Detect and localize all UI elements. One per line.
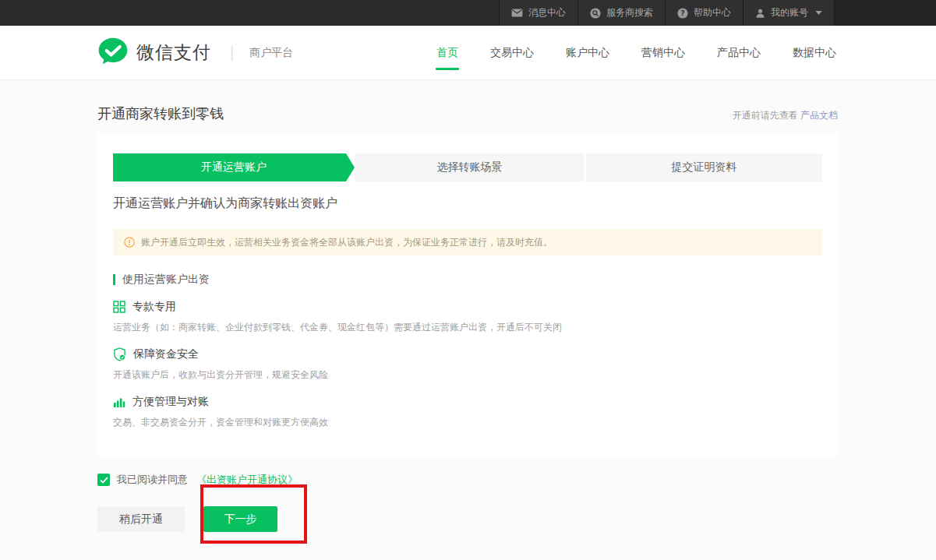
topbar: 消息中心 服务商搜索 ? 帮助中心 我的账号 xyxy=(0,0,936,26)
next-step-button[interactable]: 下一步 xyxy=(203,506,277,532)
nav-item-marketing-center[interactable]: 营销中心 xyxy=(641,26,685,80)
agreement-text: 我已阅读并同意 xyxy=(117,473,188,487)
topbar-item-provider-search[interactable]: 服务商搜索 xyxy=(577,0,665,26)
topbar-item-label: 帮助中心 xyxy=(694,6,731,19)
bar-chart-icon xyxy=(113,396,125,408)
feature-title: 保障资金安全 xyxy=(133,347,199,361)
nav-item-product-center[interactable]: 产品中心 xyxy=(717,26,761,80)
help-icon: ? xyxy=(677,8,688,19)
wechat-pay-logo-icon xyxy=(97,37,129,69)
section-title: 使用运营账户出资 xyxy=(122,273,210,287)
agreement-checkbox[interactable] xyxy=(97,474,110,486)
warning-icon xyxy=(124,237,135,248)
feature-title: 专款专用 xyxy=(132,300,176,314)
main-nav: 首页 交易中心 账户中心 营销中心 产品中心 数据中心 xyxy=(436,26,836,80)
shield-icon xyxy=(113,347,126,361)
step-3-submit-proof: 提交证明资料 xyxy=(586,153,822,181)
topbar-item-label: 服务商搜索 xyxy=(606,6,653,19)
section-label: 使用运营账户出资 xyxy=(113,273,822,287)
check-icon xyxy=(100,477,108,484)
feature-easy-reconciliation: 方便管理与对账 交易、非交易资金分开，资金管理和对账更方便高效 xyxy=(113,395,822,429)
feature-title: 方便管理与对账 xyxy=(132,395,209,409)
feature-dedicated-funds: 专款专用 运营业务（如：商家转账、企业付款到零钱、代金券、现金红包等）需要通过运… xyxy=(113,300,822,334)
card-heading: 开通运营账户并确认为商家转账出资账户 xyxy=(113,195,822,212)
nav-item-home[interactable]: 首页 xyxy=(436,26,458,80)
nav-item-transactions[interactable]: 交易中心 xyxy=(490,26,534,80)
notice-text: 账户开通后立即生效，运营相关业务资金将全部从该账户出资，为保证业务正常进行，请及… xyxy=(141,236,553,249)
svg-text:?: ? xyxy=(680,9,684,17)
steps-bar: 开通运营账户 选择转账场景 提交证明资料 xyxy=(113,153,822,181)
main-card: 开通运营账户 选择转账场景 提交证明资料 开通运营账户并确认为商家转账出资账户 … xyxy=(97,133,838,457)
brand-separator: | xyxy=(230,44,234,62)
topbar-spacer xyxy=(834,0,936,26)
step-2-choose-transfer-scene: 选择转账场景 xyxy=(355,153,585,181)
user-icon xyxy=(755,8,765,19)
topbar-item-label: 消息中心 xyxy=(528,6,566,19)
brand-logo-link[interactable]: 微信支付 | 商户平台 xyxy=(97,37,293,69)
agreement-row: 我已阅读并同意 《出资账户开通协议》 xyxy=(97,473,936,487)
message-icon xyxy=(511,9,523,17)
feature-fund-safety: 保障资金安全 开通该账户后，收款与出资分开管理，规避安全风险 xyxy=(113,347,822,382)
header: 微信支付 | 商户平台 首页 交易中心 账户中心 营销中心 产品中心 数据中心 xyxy=(0,26,936,80)
grid-icon xyxy=(113,301,125,313)
feature-desc: 运营业务（如：商家转账、企业付款到零钱、代金券、现金红包等）需要通过运营账户出资… xyxy=(113,321,822,334)
search-icon xyxy=(590,8,601,19)
brand-name: 微信支付 xyxy=(136,41,211,65)
feature-desc: 交易、非交易资金分开，资金管理和对账更方便高效 xyxy=(113,416,822,429)
open-later-button[interactable]: 稍后开通 xyxy=(97,506,185,532)
product-doc-link[interactable]: 产品文档 xyxy=(800,110,838,121)
topbar-item-messages[interactable]: 消息中心 xyxy=(499,0,577,26)
page-title: 开通商家转账到零钱 xyxy=(97,104,224,123)
topbar-item-account[interactable]: 我的账号 xyxy=(743,0,834,26)
topbar-item-label: 我的账号 xyxy=(771,6,808,19)
doc-hint-area: 开通前请先查看 产品文档 xyxy=(733,109,838,122)
title-row: 开通商家转账到零钱 开通前请先查看 产品文档 xyxy=(97,104,838,123)
action-buttons-row: 稍后开通 下一步 xyxy=(97,506,936,532)
nav-item-account-center[interactable]: 账户中心 xyxy=(566,26,609,80)
nav-item-data-center[interactable]: 数据中心 xyxy=(793,26,836,80)
topbar-item-help[interactable]: ? 帮助中心 xyxy=(665,0,743,26)
feature-desc: 开通该账户后，收款与出资分开管理，规避安全风险 xyxy=(113,368,822,382)
chevron-down-icon xyxy=(815,11,822,15)
brand-subtitle: 商户平台 xyxy=(249,46,293,60)
green-bar-decoration xyxy=(113,274,115,285)
step-1-open-operating-account: 开通运营账户 xyxy=(113,153,355,181)
agreement-link[interactable]: 《出资账户开通协议》 xyxy=(196,473,298,487)
notice-banner: 账户开通后立即生效，运营相关业务资金将全部从该账户出资，为保证业务正常进行，请及… xyxy=(113,229,822,255)
doc-hint-text: 开通前请先查看 xyxy=(733,110,800,121)
